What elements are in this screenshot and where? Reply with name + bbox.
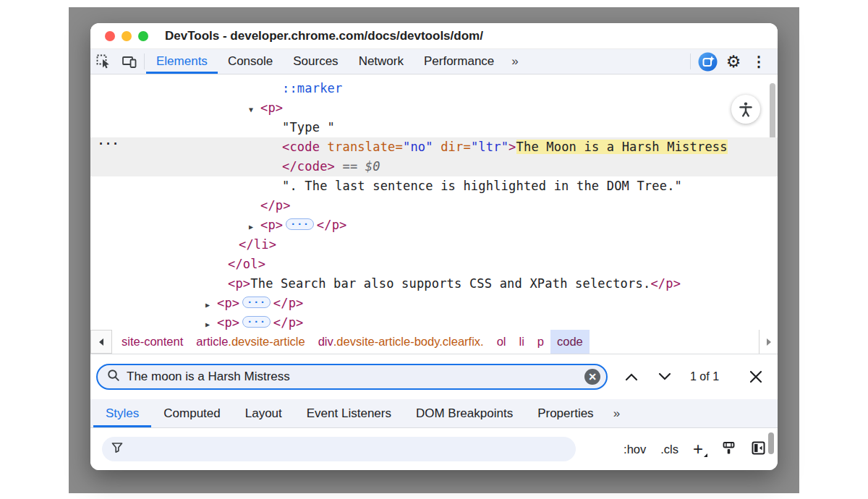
styles-pane-scrollbar[interactable] — [768, 432, 774, 454]
tab-dom-breakpoints[interactable]: DOM Breakpoints — [404, 399, 525, 427]
tab-properties[interactable]: Properties — [525, 399, 605, 427]
dom-token-tag: </p> — [317, 218, 347, 232]
search-input[interactable] — [127, 370, 584, 384]
dom-token-tag: <code — [282, 140, 320, 154]
toggle-class-button[interactable]: .cls — [660, 443, 678, 456]
kebab-menu-icon[interactable]: ⋮ — [747, 53, 770, 70]
dom-token-text: ". The last sentence is highlighted in t… — [282, 179, 682, 193]
title-bar: DevTools - developer.chrome.com/docs/dev… — [90, 23, 778, 49]
collapsed-content-icon[interactable]: ··· — [286, 218, 313, 230]
styles-filter-bar: :hov .cls + — [90, 428, 778, 470]
dom-tree-row[interactable]: </p> — [90, 196, 778, 216]
tab-styles[interactable]: Styles — [93, 399, 151, 427]
close-search-icon[interactable] — [746, 367, 766, 387]
dom-token-tag: <p> — [217, 296, 239, 310]
row-overflow-dots-icon[interactable]: ··· — [98, 135, 119, 154]
dom-tree-row[interactable]: ▶<p>···</p> — [90, 313, 778, 330]
dom-token-gray: == — [335, 159, 365, 174]
breadcrumb-scroll-left-icon[interactable] — [90, 330, 112, 354]
styles-panel-tab-strip: StylesComputedLayoutEvent ListenersDOM B… — [90, 399, 778, 428]
style-filter-input[interactable] — [129, 443, 567, 456]
dom-tree-row[interactable]: ". The last sentence is highlighted in t… — [90, 176, 778, 196]
breadcrumb: site-contentarticle.devsite-articlediv.d… — [90, 330, 778, 354]
toolbar-divider — [144, 54, 145, 69]
zoom-window-button[interactable] — [138, 31, 148, 41]
brush-icon[interactable] — [721, 440, 736, 459]
crumb-tag: div — [318, 335, 333, 349]
breadcrumb-item-site-content[interactable]: site-content — [115, 330, 190, 354]
dom-tree-row[interactable]: ▶<p>···</p> — [90, 294, 778, 313]
dom-tree-row[interactable]: ▶<p>···</p> — [90, 216, 778, 235]
dom-tree-row[interactable]: </code> == $0 — [90, 157, 778, 176]
dom-token-tag: </p> — [650, 276, 681, 291]
crumb-tag: site-content — [122, 335, 183, 349]
dom-tree-row[interactable]: </li> — [90, 235, 778, 255]
devtools-window: DevTools - developer.chrome.com/docs/dev… — [90, 23, 778, 470]
breadcrumb-item-ol[interactable]: ol — [490, 330, 513, 354]
crumb-tag: article — [196, 335, 228, 349]
tab-elements[interactable]: Elements — [146, 49, 218, 74]
tab-event-listeners[interactable]: Event Listeners — [294, 399, 404, 427]
collapsed-arrow-icon[interactable]: ▶ — [205, 295, 217, 315]
clear-search-icon[interactable]: ✕ — [584, 369, 600, 385]
search-magnifier-icon — [106, 368, 121, 385]
dom-tree-row[interactable]: ▼<p> — [90, 98, 778, 118]
breadcrumb-item-article[interactable]: article.devsite-article — [190, 330, 311, 354]
dom-tree-row[interactable]: <p>The Search bar also supports CSS and … — [90, 274, 778, 294]
collapsed-arrow-icon[interactable]: ▶ — [205, 315, 217, 330]
dom-token-tag: <p> — [260, 218, 283, 232]
breadcrumb-item-div[interactable]: div.devsite-article-body.clearfix. — [312, 330, 490, 354]
dom-token-attr: dir= — [433, 140, 471, 154]
new-rule-caret-icon — [704, 453, 707, 457]
toggle-sidebar-icon[interactable] — [751, 440, 766, 459]
toolbar-divider — [690, 54, 691, 69]
crumb-tag: code — [557, 335, 583, 349]
dom-tree-row[interactable]: ::marker — [90, 79, 778, 98]
minimize-window-button[interactable] — [122, 31, 132, 41]
search-input-container: ✕ — [96, 364, 608, 390]
new-style-rule-button[interactable]: + — [693, 440, 707, 458]
device-toolbar-icon[interactable] — [116, 49, 142, 74]
dom-token-tag: </li> — [239, 237, 276, 252]
tab-layout[interactable]: Layout — [233, 399, 294, 427]
next-match-icon[interactable] — [655, 367, 674, 386]
previous-match-icon[interactable] — [622, 367, 641, 386]
dom-token-text: "Type " — [282, 120, 335, 135]
collapsed-content-icon[interactable]: ··· — [242, 316, 270, 328]
search-navigation — [622, 367, 674, 386]
toggle-pseudo-state-button[interactable]: :hov — [624, 443, 646, 456]
ai-assistance-icon[interactable] — [695, 52, 720, 72]
breadcrumb-item-code[interactable]: code — [550, 330, 590, 354]
crumb-tag: ol — [497, 335, 506, 349]
tab-sources[interactable]: Sources — [283, 49, 348, 74]
crumb-tag: p — [537, 335, 544, 349]
settings-gear-icon[interactable]: ⚙ — [723, 54, 744, 70]
dom-token-grayit: $0 — [365, 159, 380, 174]
dom-token-tag: > — [509, 140, 516, 154]
crumb-classes: .devsite-article — [228, 335, 305, 349]
panel-tab-strip: ElementsConsoleSourcesNetworkPerformance — [146, 49, 504, 74]
dom-tree-row[interactable]: </ol> — [90, 255, 778, 274]
expanded-arrow-icon[interactable]: ▼ — [249, 100, 260, 119]
dom-token-tag: </code> — [282, 159, 335, 174]
search-result-count: 1 of 1 — [690, 370, 719, 383]
close-window-button[interactable] — [105, 31, 115, 41]
style-filter-container — [102, 437, 576, 461]
tab-performance[interactable]: Performance — [414, 49, 504, 74]
more-panels-chevron-icon[interactable]: » — [504, 49, 524, 74]
dom-tree-row[interactable]: ···<code translate="no" dir="ltr">The Mo… — [90, 137, 778, 157]
more-styles-tabs-chevron-icon[interactable]: » — [606, 399, 626, 427]
tab-computed[interactable]: Computed — [151, 399, 232, 427]
tab-console[interactable]: Console — [218, 49, 283, 74]
inspect-cursor-icon[interactable] — [90, 49, 116, 74]
crumb-classes: .devsite-article-body.clearfix. — [333, 335, 484, 349]
dom-token-text: The Search bar also supports CSS and XPa… — [250, 276, 650, 291]
tab-network[interactable]: Network — [349, 49, 414, 74]
collapsed-content-icon[interactable]: ··· — [242, 297, 270, 308]
styles-toolbar-actions: :hov .cls + — [624, 440, 766, 459]
breadcrumb-item-p[interactable]: p — [531, 330, 550, 354]
collapsed-arrow-icon[interactable]: ▶ — [249, 217, 260, 236]
breadcrumb-item-li[interactable]: li — [512, 330, 530, 354]
dom-tree-row[interactable]: "Type " — [90, 118, 778, 137]
breadcrumb-scroll-right-icon[interactable] — [759, 330, 778, 354]
